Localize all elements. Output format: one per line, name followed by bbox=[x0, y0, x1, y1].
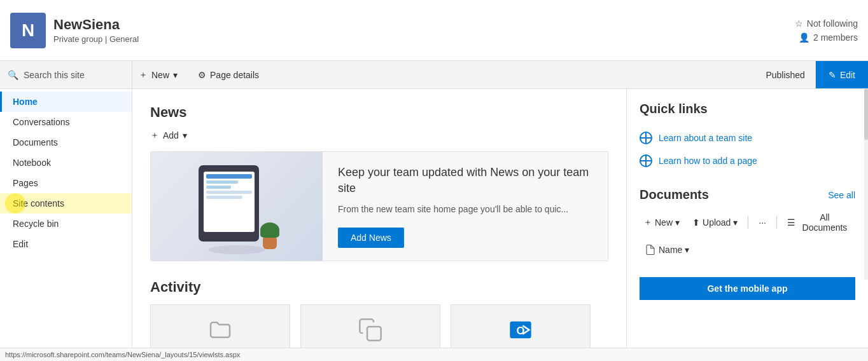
plus-icon-add: ＋ bbox=[150, 130, 159, 141]
members-btn[interactable]: 👤 2 members bbox=[799, 32, 858, 43]
list-icon: ☰ bbox=[787, 217, 795, 228]
news-text: Keep your team updated with News on your… bbox=[323, 152, 608, 261]
file-icon bbox=[645, 244, 656, 255]
copy-icon bbox=[358, 317, 383, 343]
pencil-icon: ✎ bbox=[829, 70, 836, 80]
news-title: News bbox=[150, 104, 608, 121]
add-news-button[interactable]: Add News bbox=[338, 228, 404, 248]
svg-rect-0 bbox=[367, 327, 381, 341]
outlook-icon: O bbox=[508, 317, 533, 343]
screen-bar-3 bbox=[206, 186, 232, 189]
toolbar-separator-2 bbox=[776, 216, 777, 229]
sidebar-item-notebook[interactable]: Notebook bbox=[0, 153, 132, 173]
sidebar-conversations-label: Conversations bbox=[13, 117, 70, 127]
quick-links-title: Quick links bbox=[640, 102, 855, 116]
screen-bar-5 bbox=[206, 196, 243, 199]
documents-toolbar: ＋ New ▾ ⬆ Upload ▾ ··· ☰ All Documents bbox=[640, 210, 855, 235]
globe-icon-2 bbox=[640, 154, 652, 167]
site-logo: N bbox=[10, 13, 46, 48]
page-details-button[interactable]: ⚙ Page details bbox=[193, 67, 264, 83]
see-all-btn[interactable]: See all bbox=[828, 190, 855, 200]
screen-bar-1 bbox=[206, 174, 252, 179]
not-following-btn[interactable]: ☆ Not following bbox=[795, 18, 858, 29]
news-section: News ＋ Add ▾ bbox=[150, 104, 608, 261]
tablet-body bbox=[199, 165, 259, 242]
docs-new-button[interactable]: ＋ New ▾ bbox=[640, 214, 683, 231]
chevron-down-icon: ▾ bbox=[173, 70, 178, 80]
documents-header: Documents See all bbox=[640, 187, 855, 202]
gear-icon: ⚙ bbox=[198, 70, 206, 80]
plus-icon: ＋ bbox=[139, 69, 148, 81]
page-details-label: Page details bbox=[210, 70, 259, 80]
top-right-actions: ☆ Not following 👤 2 members bbox=[795, 18, 858, 43]
tablet-screen bbox=[204, 172, 255, 232]
sidebar-documents-label: Documents bbox=[13, 137, 58, 147]
mobile-banner-container: Get the mobile app bbox=[640, 277, 855, 300]
toolbar-separator bbox=[748, 216, 748, 229]
tablet-illustration bbox=[189, 159, 284, 254]
site-subtitle: Private group | General bbox=[53, 34, 795, 44]
edit-label: Edit bbox=[840, 70, 855, 80]
screen-bar-4 bbox=[206, 191, 252, 194]
sidebar-item-site-contents[interactable]: Site contents bbox=[0, 193, 132, 214]
news-headline: Keep your team updated with News on your… bbox=[338, 165, 592, 196]
main-content: News ＋ Add ▾ bbox=[132, 89, 626, 361]
globe-icon-1 bbox=[640, 132, 652, 144]
site-info: NewSiena Private group | General bbox=[53, 17, 795, 44]
top-bar: N NewSiena Private group | General ☆ Not… bbox=[0, 0, 868, 61]
folder-icon bbox=[207, 317, 233, 343]
more-icon: ··· bbox=[759, 217, 766, 228]
members-label: 2 members bbox=[813, 32, 858, 43]
sidebar-item-conversations[interactable]: Conversations bbox=[0, 112, 132, 132]
search-bar[interactable]: 🔍 Search this site bbox=[0, 61, 132, 89]
chevron-down-add: ▾ bbox=[183, 130, 187, 140]
search-label: Search this site bbox=[24, 70, 85, 80]
search-icon: 🔍 bbox=[8, 70, 18, 80]
chevron-name: ▾ bbox=[685, 245, 689, 255]
sidebar-site-contents-label: Site contents bbox=[13, 198, 64, 208]
chevron-docs: ▾ bbox=[675, 217, 680, 228]
main-layout: Home Conversations Documents Notebook Pa… bbox=[0, 89, 868, 361]
sidebar-item-pages[interactable]: Pages bbox=[0, 173, 132, 193]
docs-view-button[interactable]: ☰ All Documents bbox=[783, 210, 855, 235]
upload-icon: ⬆ bbox=[692, 217, 700, 228]
docs-more-button[interactable]: ··· bbox=[755, 215, 770, 230]
sidebar-item-home[interactable]: Home bbox=[0, 92, 132, 112]
quick-link-2[interactable]: Learn how to add a page bbox=[640, 149, 855, 172]
site-title: NewSiena bbox=[53, 17, 795, 33]
documents-title: Documents bbox=[640, 187, 709, 202]
quick-links-section: Quick links Learn about a team site Lear… bbox=[640, 102, 855, 172]
sidebar-item-edit[interactable]: Edit bbox=[0, 234, 132, 254]
private-label: Private group bbox=[53, 34, 102, 44]
star-icon: ☆ bbox=[795, 18, 803, 29]
scrollbar-track[interactable] bbox=[864, 89, 868, 280]
docs-upload-button[interactable]: ⬆ Upload ▾ bbox=[689, 215, 741, 230]
name-column-header[interactable]: Name ▾ bbox=[640, 242, 855, 258]
person-icon: 👤 bbox=[799, 32, 809, 43]
sidebar-pages-label: Pages bbox=[13, 178, 38, 188]
sidebar-notebook-label: Notebook bbox=[13, 158, 51, 168]
not-following-label: Not following bbox=[807, 18, 858, 29]
published-button[interactable]: Published bbox=[755, 61, 816, 88]
status-url: https://microsoft.sharepoint.com/teams/N… bbox=[5, 351, 240, 358]
news-card: Keep your team updated with News on your… bbox=[150, 151, 608, 261]
sidebar-item-documents[interactable]: Documents bbox=[0, 132, 132, 153]
edit-button[interactable]: ✎ Edit bbox=[816, 61, 868, 88]
activity-title: Activity bbox=[150, 279, 608, 296]
quick-link-2-label: Learn how to add a page bbox=[659, 156, 757, 166]
mobile-app-button[interactable]: Get the mobile app bbox=[640, 277, 855, 300]
sidebar-item-recycle-bin[interactable]: Recycle bin bbox=[0, 214, 132, 234]
activity-section: Activity bbox=[150, 279, 608, 355]
toolbar: 🔍 Search this site ＋ New ▾ ⚙ Page detail… bbox=[0, 61, 868, 89]
chevron-upload: ▾ bbox=[733, 217, 738, 228]
sidebar-recycle-bin-label: Recycle bin bbox=[13, 219, 59, 229]
status-bar: https://microsoft.sharepoint.com/teams/N… bbox=[0, 348, 868, 361]
scrollbar-thumb[interactable] bbox=[864, 89, 868, 140]
sidebar-edit-label: Edit bbox=[13, 239, 28, 249]
general-label: General bbox=[109, 34, 139, 44]
new-button[interactable]: ＋ New ▾ bbox=[134, 67, 183, 83]
quick-link-1[interactable]: Learn about a team site bbox=[640, 126, 855, 149]
add-button[interactable]: ＋ Add ▾ bbox=[150, 130, 187, 141]
quick-link-1-label: Learn about a team site bbox=[659, 133, 752, 143]
shadow bbox=[208, 245, 265, 254]
